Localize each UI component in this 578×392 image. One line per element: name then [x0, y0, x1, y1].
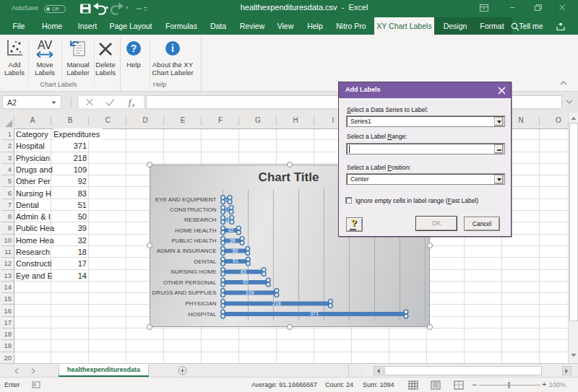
svg-text:NURSING HOME: NURSING HOME: [171, 269, 216, 275]
svg-text:HOME HEALTH: HOME HEALTH: [175, 227, 216, 234]
svg-text:39: 39: [230, 238, 236, 243]
svg-text:50: 50: [233, 248, 238, 253]
svg-text:RESEARCH: RESEARCH: [184, 217, 217, 223]
svg-text:51: 51: [233, 258, 238, 263]
svg-text:EYE AND EQUIPMENT: EYE AND EQUIPMENT: [155, 196, 217, 203]
svg-text:109: 109: [246, 290, 254, 295]
svg-text:92: 92: [243, 279, 249, 284]
svg-text:218: 218: [272, 301, 281, 306]
svg-text:DRUGS AND SUPPLIES: DRUGS AND SUPPLIES: [152, 289, 217, 296]
svg-text:CONSTRUCTION: CONSTRUCTION: [170, 206, 217, 213]
svg-text:AV: AV: [38, 39, 52, 51]
svg-text:?: ?: [131, 43, 137, 54]
svg-text:i: i: [171, 43, 174, 54]
svg-text:Chart Title: Chart Title: [259, 170, 319, 184]
svg-text:ADMIN & INSURANCE: ADMIN & INSURANCE: [157, 248, 217, 254]
svg-text:371: 371: [310, 311, 319, 316]
svg-text:DENTAL: DENTAL: [194, 258, 217, 265]
svg-text:HOSPITAL: HOSPITAL: [189, 311, 217, 318]
svg-text:83: 83: [241, 269, 246, 274]
svg-text:PHYSICIAN: PHYSICIAN: [185, 300, 216, 307]
svg-text:PUBLIC HEALTH: PUBLIC HEALTH: [171, 238, 216, 244]
svg-text:OTHER PERSONAL: OTHER PERSONAL: [163, 279, 217, 286]
svg-text:32: 32: [228, 227, 234, 232]
svg-text:x: x: [131, 102, 135, 108]
